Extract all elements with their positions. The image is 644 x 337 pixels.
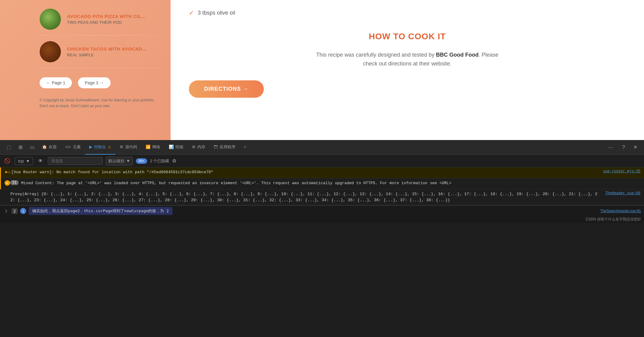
hidden-count-text: 2 个已隐藏 <box>150 158 169 164</box>
devtools-toggle-icon[interactable]: ⬚ <box>3 142 15 153</box>
tab-sources-label: 源代码 <box>125 144 137 150</box>
devtools-more-button[interactable]: ⋯ <box>605 144 617 151</box>
log-entry-data: Proxy(Array) {0: {...}, 1: {...}, 2: {..… <box>0 189 644 205</box>
info-bubble-icon: 1 <box>20 208 26 214</box>
how-to-cook-section: HOW TO COOK IT This recipe was carefully… <box>189 32 626 98</box>
recipe-section: AVOCADO PITA PIZZA WITH CIL... TWO PEAS … <box>0 0 644 140</box>
comment-text-display: 确实如此，我点返回page2，this.curPage得到了newCurpage… <box>29 207 172 215</box>
play-icon: ▶ <box>5 180 10 186</box>
tab-mem-label: 内存 <box>197 144 205 150</box>
tab-welcome-icon: 🏠 <box>42 145 47 149</box>
console-bottom-area: 3 2 1 确实如此，我点返回page2，this.curPage得到了newC… <box>0 205 644 223</box>
console-warning-badge: ⚠ <box>108 145 111 149</box>
log-entry-mixed-content: ▶ 31 Mixed Content: The page at '<URL>' … <box>0 178 644 189</box>
tab-add-icon: + <box>244 145 246 149</box>
eye-button[interactable]: 👁 <box>36 157 45 165</box>
log-level-dropdown[interactable]: 默认级别 ▼ <box>106 157 133 165</box>
top-context-selector[interactable]: top ▼ <box>15 157 33 165</box>
console-input-row: 3 2 1 确实如此，我点返回page2，this.curPage得到了newC… <box>0 205 644 216</box>
tab-console[interactable]: ▶ 控制台 ⚠ <box>85 140 115 155</box>
log-text-mixed: Mixed Content: The page at '<URL>' was l… <box>21 180 640 186</box>
log-entry-vue-router: ▶⚠ [Vue Router warn]: No match found for… <box>0 167 644 178</box>
tab-console-label: 控制台 <box>94 144 106 150</box>
devtools-device-icon[interactable]: ▭ <box>26 142 38 153</box>
cook-desc-part1: This recipe was carefully designed and t… <box>316 52 436 58</box>
tab-perf-label: 性能 <box>175 144 183 150</box>
log-link-header[interactable]: TheHeader.vue:80 <box>605 191 640 195</box>
tab-sources-icon: ⚙ <box>120 145 123 149</box>
top-label-text: top <box>18 159 24 163</box>
filter-input[interactable] <box>48 157 103 165</box>
tab-application[interactable]: 🗔 应用程序 <box>210 140 240 155</box>
log-text-vue-router: [Vue Router warn]: No match found for lo… <box>11 169 597 175</box>
tab-network-icon: 📶 <box>146 145 150 149</box>
tab-sources[interactable]: ⚙ 源代码 <box>115 140 141 155</box>
pagination: ← Page 1 Page 3 → <box>40 77 158 88</box>
tab-memory[interactable]: ⚙ 内存 <box>188 140 210 155</box>
recipe-source-1: TWO PEAS AND THEIR POD <box>67 20 158 25</box>
recipe-title-2: CHICKEN TACOS WITH AVOCAD... <box>67 46 158 51</box>
recipe-detail-panel: ✓ 3 tbsps olive oil HOW TO COOK IT This … <box>171 0 644 140</box>
level-dropdown-icon: ▼ <box>126 159 130 163</box>
recipe-item-2[interactable]: CHICKEN TACOS WITH AVOCAD... REAL SIMPLE <box>40 36 158 68</box>
csdn-row: CSDN @取个什么名字我还没想好 <box>0 216 644 223</box>
tab-performance[interactable]: 📊 性能 <box>165 140 188 155</box>
log-text-data: Proxy(Array) {0: {...}, 1: {...}, 2: {..… <box>10 191 599 203</box>
tab-welcome-label: 欢迎 <box>49 144 57 150</box>
log-link-vue-router[interactable]: vue-router.mjs:35 <box>603 169 640 174</box>
console-toolbar: 🚫 top ▼ 👁 默认级别 ▼ 99+ 2 个已隐藏 ⚙ <box>0 155 644 167</box>
recipe-thumb-avocado <box>40 9 61 30</box>
tab-elements-icon: </> <box>65 145 71 149</box>
tab-elements[interactable]: </> 元素 <box>61 140 85 155</box>
copyright-text: © Copyright by Jonas Schmedtmann. Use fo… <box>40 97 158 109</box>
recipe-info-1: AVOCADO PITA PIZZA WITH CIL... TWO PEAS … <box>67 14 158 25</box>
devtools-inspect-icon[interactable]: ⊞ <box>15 142 26 153</box>
tab-add[interactable]: + <box>240 140 251 155</box>
recipe-title-1: AVOCADO PITA PIZZA WITH CIL... <box>67 14 158 19</box>
log-level-label: 默认级别 <box>108 158 124 164</box>
check-icon: ✓ <box>189 9 194 16</box>
tab-network[interactable]: 📶 网络 <box>141 140 165 155</box>
tab-welcome[interactable]: 🏠 欢迎 <box>38 140 61 155</box>
recipe-info-2: CHICKEN TACOS WITH AVOCAD... REAL SIMPLE <box>67 46 158 57</box>
prev-page-button[interactable]: ← Page 1 <box>40 77 72 88</box>
devtools-help-icon[interactable]: ? <box>618 142 629 153</box>
line-number-3: 3 <box>3 209 9 213</box>
log-count-badge: 31 <box>10 180 19 185</box>
ingredient-text: 3 tbsps olive oil <box>198 10 235 16</box>
tab-elements-label: 元素 <box>73 144 81 150</box>
recipe-list-panel: AVOCADO PITA PIZZA WITH CIL... TWO PEAS … <box>0 0 171 140</box>
settings-gear-icon[interactable]: ⚙ <box>172 158 176 164</box>
console-log-area: ▶⚠ [Vue Router warn]: No match found for… <box>0 167 644 205</box>
cook-description: This recipe was carefully designed and t… <box>316 51 499 68</box>
tab-app-label: 应用程序 <box>220 144 235 150</box>
console-tab-icon: ▶ <box>89 145 92 149</box>
cook-section-title: HOW TO COOK IT <box>189 32 626 41</box>
tab-app-icon: 🗔 <box>214 145 218 149</box>
warning-triangle-icon: ▶⚠ <box>5 169 11 174</box>
ingredient-item: ✓ 3 tbsps olive oil <box>189 9 235 16</box>
devtools-panel: ⬚ ⊞ ▭ 🏠 欢迎 </> 元素 ▶ 控制台 ⚠ ⚙ 源代码 📶 网络 📊 性… <box>0 140 644 337</box>
tab-network-label: 网络 <box>152 144 160 150</box>
directions-button[interactable]: DIRECTIONS → <box>189 80 264 98</box>
cook-desc-bold: BBC Good Food <box>436 52 479 58</box>
recipe-thumb-chicken <box>40 41 61 62</box>
comment-link-search[interactable]: TheSearchresults.vue:81 <box>600 209 641 213</box>
console-clear-button[interactable]: 🚫 <box>3 157 12 165</box>
recipe-source-2: REAL SIMPLE <box>67 53 158 57</box>
line-number-2[interactable]: 2 <box>12 208 18 214</box>
devtools-close-icon[interactable]: ✕ <box>629 142 641 153</box>
tab-mem-icon: ⚙ <box>192 145 196 149</box>
message-count-badge: 99+ <box>136 158 147 164</box>
recipe-item-1[interactable]: AVOCADO PITA PIZZA WITH CIL... TWO PEAS … <box>40 3 158 36</box>
devtools-tab-bar: ⬚ ⊞ ▭ 🏠 欢迎 </> 元素 ▶ 控制台 ⚠ ⚙ 源代码 📶 网络 📊 性… <box>0 140 644 155</box>
csdn-comment-text: CSDN @取个什么名字我还没想好 <box>586 217 641 222</box>
top-dropdown-icon: ▼ <box>26 159 30 163</box>
tab-perf-icon: 📊 <box>169 145 174 149</box>
next-page-button[interactable]: Page 3 → <box>78 77 110 88</box>
